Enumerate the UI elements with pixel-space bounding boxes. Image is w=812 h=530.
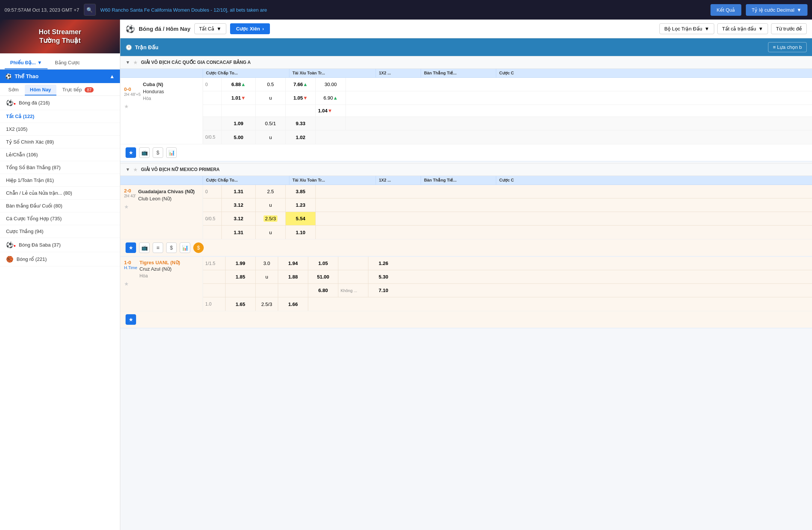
cuoc-xien-button[interactable]: Cược Xiên ›: [230, 23, 270, 34]
odds-row-1-3: 1.04 ▼: [203, 105, 812, 117]
odds-section-2: 0 1.31 2.5 3.85 3.12 u 1.23: [203, 185, 812, 239]
odds-val-680[interactable]: 6.80: [308, 284, 338, 297]
sidebar: Hot Streamer Tường Thuật Phiếu Đặ... ▼ B…: [0, 20, 120, 530]
odds-val-110[interactable]: 1.10: [286, 226, 316, 239]
match-star-2[interactable]: ★: [124, 204, 129, 210]
arrow-right-icon: ›: [262, 26, 264, 32]
ty-le-dropdown[interactable]: Tỷ lệ cước Decimal ▼: [746, 4, 808, 16]
odds-val-710[interactable]: 7.10: [368, 284, 398, 297]
match-info-2: 2-0 2H 43' Guadalajara Chivas (Nữ) Club …: [120, 185, 203, 239]
odds-val-5100[interactable]: 51.00: [308, 270, 338, 283]
bo-loc-dropdown[interactable]: Bộ Lọc Trận Đấu ▼: [659, 23, 714, 34]
col-headers-1: Cược Chấp To... Tài Xíu Toàn Tr... 1X2 .…: [120, 69, 812, 78]
odds-val-188[interactable]: 1.88: [278, 270, 308, 283]
odds-section-3: 1/1.5 1.99 3.0 1.94 1.05 1.26 1.85: [203, 257, 812, 311]
odds-val-688[interactable]: 6.88 ▲: [222, 78, 256, 91]
tv-action-icon[interactable]: 📺: [139, 147, 150, 158]
tab-truc-tiep[interactable]: Trực tiếp 87: [57, 85, 99, 95]
league-section-2: ▼ ★ GIẢI VÔ ĐỊCH NỮ MEXICO PRIMERA Cược …: [120, 163, 812, 329]
odds-val-131b[interactable]: 1.31: [222, 226, 256, 239]
sub-header: 🕐 Trận Đấu ≡ Lựa chọn b: [120, 38, 812, 56]
star-action-icon-2[interactable]: ★: [126, 242, 136, 253]
match-star-3[interactable]: ★: [124, 281, 129, 287]
match-row-guadalajara: 2-0 2H 43' Guadalajara Chivas (Nữ) Club …: [120, 185, 812, 257]
odds-u2: u: [256, 130, 286, 144]
sidebar-item-ca-cuoc-tong-hop[interactable]: Cá Cược Tổng Hợp (735): [0, 212, 120, 225]
banner-line1: Hot Streamer: [39, 28, 81, 36]
dollar-action-icon[interactable]: $: [153, 147, 163, 158]
sidebar-item-cuoc-thang[interactable]: Cược Thắng (94): [0, 225, 120, 238]
sidebar-item-hiep1[interactable]: Hiệp 1/Toàn Trận (81): [0, 174, 120, 187]
chevron-up-icon[interactable]: ▲: [109, 73, 115, 79]
stream-action-icon[interactable]: ≡: [153, 242, 163, 253]
odds-val-105[interactable]: 1.05 ▼: [286, 91, 316, 104]
ket-qua-button[interactable]: Kết Quả: [710, 4, 741, 16]
odds-val-165[interactable]: 1.65: [226, 297, 256, 311]
favorite-star-icon-2[interactable]: ★: [133, 167, 138, 173]
sidebar-item-bong-da-saba[interactable]: ⚽● Bóng Đá Saba (37): [0, 238, 120, 252]
sidebar-item-bong-da[interactable]: ⚽● Bóng đá (216): [0, 96, 120, 110]
match-star-1[interactable]: ★: [124, 103, 129, 109]
match-team-clubleon: Club Leon (Nữ): [138, 195, 194, 202]
odds-val-102[interactable]: 1.02: [286, 130, 316, 144]
odds-val-530[interactable]: 5.30: [368, 270, 398, 283]
sidebar-sport-header: ⚽ Thể Thao ▲: [0, 70, 120, 83]
collapse-icon-2[interactable]: ▼: [126, 167, 130, 172]
chart-action-icon-2[interactable]: 📊: [180, 242, 190, 253]
odds-val-166[interactable]: 1.66: [278, 297, 308, 311]
tat-ca-tran-dropdown[interactable]: Tất cả trận đấu ▼: [717, 23, 768, 34]
odds-val-385[interactable]: 3.85: [286, 185, 316, 198]
odds-val-126[interactable]: 1.26: [368, 257, 398, 270]
sidebar-item-bong-ro[interactable]: 🏀 Bóng rổ (221): [0, 252, 120, 267]
odds-val-312[interactable]: 3.12: [222, 198, 256, 212]
odds-val-131[interactable]: 1.31: [222, 185, 256, 198]
sidebar-item-tat-ca[interactable]: Tất Cả (122): [0, 110, 120, 123]
search-button[interactable]: 🔍: [84, 4, 96, 16]
odds-val-123[interactable]: 1.23: [286, 198, 316, 212]
league-name-1: GIẢI VÔ ĐỊCH CÁC QUỐC GIA CONCACAF BẢNG …: [141, 60, 807, 65]
sidebar-item-le-chan[interactable]: Lẻ/Chẵn (106): [0, 148, 120, 161]
odds-val-933[interactable]: 9.33: [286, 117, 316, 130]
odds-val-185[interactable]: 1.85: [226, 270, 256, 283]
tab-som[interactable]: Sớm: [3, 85, 24, 95]
odds-val-766[interactable]: 7.66 ▲: [286, 78, 316, 91]
sidebar-item-ban-thang-dau-cuoi[interactable]: Bàn thắng Đầu/ Cuối (80): [0, 200, 120, 212]
sidebar-item-chan-le-nua[interactable]: Chẵn / Lẻ của Nửa trận... (80): [0, 187, 120, 200]
sidebar-item-ty-so[interactable]: Tỷ Số Chính Xác (89): [0, 136, 120, 148]
tat-ca-tran-label: Tất cả trận đấu: [722, 26, 756, 32]
chart-action-icon[interactable]: 📊: [166, 147, 177, 158]
odds-val-109[interactable]: 1.09: [222, 117, 256, 130]
match-score-1: 0-0: [124, 86, 141, 92]
odds-val-500[interactable]: 5.00: [222, 130, 256, 144]
odds-row-3-1: 1/1.5 1.99 3.0 1.94 1.05 1.26: [203, 257, 812, 270]
highlighted-handicap: 2.5/3: [264, 215, 277, 222]
odds-val-105-3[interactable]: 1.05: [308, 257, 338, 270]
ticker-text: W60 Rancho Santa Fe California Women Dou…: [100, 7, 706, 13]
tu-truoc-de-dropdown[interactable]: Từ trước đề: [771, 23, 807, 34]
match-row-tigres: 1-0 H.Time Tigres UANL (Nữ) Cruz Azul (N…: [120, 257, 812, 329]
tat-ca-dropdown[interactable]: Tất Cả ▼: [194, 23, 226, 34]
coin-action-icon[interactable]: $: [193, 242, 204, 253]
odds-val-101[interactable]: 1.01 ▼: [222, 91, 256, 104]
tv-action-icon-2[interactable]: 📺: [139, 242, 150, 253]
content-header: ⚽ Bóng đá / Hôm Nay Tất Cả ▼ Cược Xiên ›…: [120, 20, 812, 38]
tab-phieu-dat[interactable]: Phiếu Đặ... ▼: [5, 56, 48, 69]
lua-chon-button[interactable]: ≡ Lựa chọn b: [768, 42, 807, 52]
odds-val-199[interactable]: 1.99: [226, 257, 256, 270]
odds-handicap-051: 0.5/1: [256, 117, 286, 130]
dollar-action-icon-2[interactable]: $: [166, 242, 177, 253]
sidebar-item-tong-so-ban[interactable]: Tổng Số Bàn Thắng (87): [0, 161, 120, 174]
favorite-star-icon[interactable]: ★: [133, 59, 138, 65]
match-row-cuba-honduras: 0-0 2H 48'+5 Cuba (N) Honduras Hòa ★: [120, 78, 812, 162]
tab-hom-nay[interactable]: Hôm Nay: [25, 85, 56, 95]
odds-val-194[interactable]: 1.94: [278, 257, 308, 270]
sidebar-item-1x2[interactable]: 1X2 (105): [0, 123, 120, 136]
odds-row-2-3: 0/0.5 3.12 2.5/3 5.54: [203, 212, 812, 226]
star-action-icon[interactable]: ★: [126, 147, 136, 158]
tab-bang-cuoc[interactable]: Bảng Cược: [49, 56, 86, 69]
collapse-icon[interactable]: ▼: [126, 60, 130, 65]
odds-val-312b[interactable]: 3.12: [222, 212, 256, 225]
odds-val-104[interactable]: 1.04 ▼: [316, 105, 346, 117]
star-action-icon-3[interactable]: ★: [126, 314, 136, 325]
odds-val-554[interactable]: 5.54: [286, 212, 316, 225]
